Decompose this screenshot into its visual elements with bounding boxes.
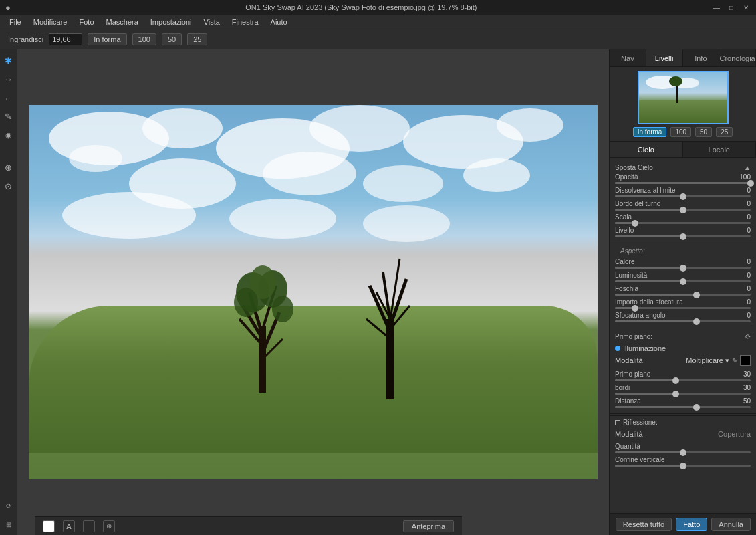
riflessione-section: Riflessione: Modalità Copertura Quantità	[610, 415, 756, 471]
riflessione-controls: Quantità Confine verticale	[610, 439, 756, 471]
annulla-button[interactable]: Annulla	[711, 518, 751, 531]
left-toolbar: ✱ ↔ ⌐ ✎ ◉ ⊕ ⊙ ⟳ ⊞	[0, 49, 17, 535]
modalita-value[interactable]: Moltiplicare ▾	[686, 356, 729, 365]
riflessione-modalita-row: Modalità Copertura	[610, 429, 756, 439]
importo-sfocatura-value: 0	[735, 298, 751, 306]
zoom-100-button[interactable]: 100	[132, 33, 156, 45]
svg-point-11	[272, 296, 293, 322]
opacita-label: Opacità	[615, 173, 638, 181]
preview-button[interactable]: Anteprima	[403, 520, 454, 532]
importo-sfocatura-label: Importo della sfocatura	[615, 298, 683, 306]
zoom-tool[interactable]: ⊕	[2, 160, 15, 174]
bottom-buttons: Resetta tutto Fatto Annulla	[610, 513, 756, 535]
overlay-indicator[interactable]: ⊕	[103, 520, 115, 532]
quantita-slider[interactable]	[615, 451, 751, 453]
illuminazione-row: Illuminazione	[610, 343, 756, 354]
menu-item-vista[interactable]: Vista	[199, 17, 225, 27]
sfocatura-angolo-value: 0	[735, 312, 751, 319]
primo-piano-ctrl-label: Primo piano	[615, 370, 650, 378]
thumb-100-btn[interactable]: 100	[670, 127, 691, 137]
hand-tool[interactable]: ⊙	[2, 179, 15, 193]
quantita-label: Quantità	[615, 443, 640, 450]
mode-indicator[interactable]	[83, 520, 95, 532]
photo-canvas	[29, 105, 598, 479]
text-tool-indicator[interactable]: A	[63, 520, 75, 532]
primo-piano-header: Primo piano: ⟳	[610, 330, 756, 343]
nav-tab-cronologia[interactable]: Cronologia	[719, 49, 756, 66]
sposta-cielo-label: Sposta Cielo	[615, 164, 653, 171]
opacita-slider[interactable]	[615, 182, 751, 184]
menu-item-foto[interactable]: Foto	[74, 17, 99, 27]
luminosita-slider[interactable]	[615, 280, 751, 282]
luminosita-value: 0	[735, 272, 751, 279]
eraser-tool[interactable]: ◉	[2, 128, 15, 142]
importo-sfocatura-slider[interactable]	[615, 307, 751, 309]
color-swatch[interactable]	[740, 355, 751, 366]
zoom-label: Ingrandisci	[8, 35, 43, 43]
aspetto-label: Aspetto:	[615, 246, 751, 256]
menu-item-maschera[interactable]: Maschera	[101, 17, 144, 27]
fatto-button[interactable]: Fatto	[676, 518, 707, 531]
primo-piano-label: Primo piano:	[615, 333, 652, 340]
menu-item-aiuto[interactable]: Aiuto	[265, 17, 293, 27]
controls-panel: Sposta Cielo ▲ Opacità 100 Dissolvenza a…	[610, 158, 756, 513]
scala-slider[interactable]	[615, 222, 751, 224]
menu-item-modificare[interactable]: Modificare	[28, 17, 73, 27]
menu-item-finestra[interactable]: Finestra	[227, 17, 264, 27]
livello-label: Livello	[615, 227, 634, 234]
sposta-cielo-section: Sposta Cielo ▲ Opacità 100 Dissolvenza a…	[610, 160, 756, 241]
calore-label: Calore	[615, 258, 634, 265]
dissolvenza-slider[interactable]	[615, 195, 751, 197]
fit-button[interactable]: In forma	[88, 33, 126, 45]
zoom-input[interactable]	[49, 33, 82, 45]
sfocatura-angolo-slider[interactable]	[615, 320, 751, 322]
calore-slider[interactable]	[615, 267, 751, 269]
close-button[interactable]: ✕	[741, 3, 751, 12]
thumb-fit-btn[interactable]: In forma	[633, 127, 667, 137]
canvas-bottom-bar: A ⊕ Anteprima	[35, 516, 462, 535]
scala-label: Scala	[615, 213, 632, 221]
zoom-25-button[interactable]: 25	[187, 33, 207, 45]
color-swatch-fg[interactable]	[43, 520, 55, 532]
thumb-25-btn[interactable]: 25	[716, 127, 733, 137]
bordi-slider[interactable]	[615, 393, 751, 395]
distanza-row: Distanza 50	[615, 397, 751, 405]
foschia-slider[interactable]	[615, 294, 751, 296]
illuminazione-label: Illuminazione	[623, 344, 666, 352]
bordi-value: 30	[735, 384, 751, 391]
minimize-button[interactable]: —	[712, 3, 721, 12]
zoom-50-button[interactable]: 50	[162, 33, 182, 45]
menu-item-impostazioni[interactable]: Impostazioni	[145, 17, 197, 27]
svg-point-10	[234, 288, 258, 317]
distanza-label: Distanza	[615, 397, 641, 405]
riflessione-radio[interactable]	[615, 420, 620, 425]
sfocatura-angolo-label: Sfocatura angolo	[615, 312, 666, 319]
distanza-slider[interactable]	[615, 406, 751, 408]
nav-tab-info[interactable]: Info	[683, 49, 720, 66]
edit-icon[interactable]: ✎	[732, 357, 737, 364]
primo-piano-ctrl-slider[interactable]	[615, 379, 751, 381]
nav-tab-nav[interactable]: Nav	[610, 49, 646, 66]
confine-slider[interactable]	[615, 465, 751, 467]
window-title: ON1 Sky Swap AI 2023 (Sky Swap Foto di e…	[11, 3, 712, 11]
maximize-button[interactable]: □	[727, 3, 736, 12]
bordo-slider[interactable]	[615, 209, 751, 211]
sky-tab-locale[interactable]: Locale	[683, 142, 757, 157]
luminosita-label: Luminosità	[615, 272, 647, 279]
thumb-50-btn[interactable]: 50	[695, 127, 712, 137]
brush-tool[interactable]: ✎	[2, 110, 15, 123]
select-tool[interactable]: ✱	[2, 54, 15, 67]
bottom-tool-1[interactable]: ⟳	[2, 499, 15, 512]
crop-tool[interactable]: ⌐	[2, 91, 15, 104]
tree-right	[363, 185, 416, 399]
livello-slider[interactable]	[615, 235, 751, 237]
menu-item-file[interactable]: File	[4, 17, 27, 27]
nav-tab-livelli[interactable]: Livelli	[646, 49, 683, 66]
riflessione-header: Riflessione:	[610, 415, 756, 429]
resetta-button[interactable]: Resetta tutto	[616, 518, 672, 531]
primo-piano-toggle[interactable]: ⟳	[745, 333, 751, 340]
move-tool[interactable]: ↔	[2, 72, 15, 86]
riflessione-modalita-value[interactable]: Copertura	[718, 430, 751, 438]
bottom-tool-2[interactable]: ⊞	[2, 518, 15, 531]
sky-tab-cielo[interactable]: Cielo	[610, 142, 683, 157]
